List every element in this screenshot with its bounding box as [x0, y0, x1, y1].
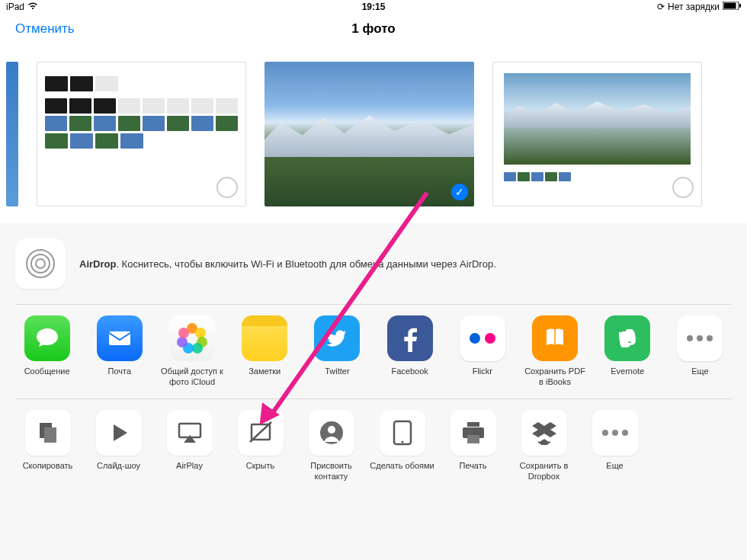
svg-rect-6	[109, 331, 130, 345]
share-app-more[interactable]: Еще	[668, 315, 732, 388]
facebook-icon	[387, 315, 433, 361]
page-title: 1 фото	[351, 21, 395, 37]
action-assign-contact[interactable]: Присвоить контакту	[299, 410, 364, 482]
share-app-facebook[interactable]: Facebook	[378, 315, 441, 388]
print-icon	[450, 410, 496, 456]
svg-rect-1	[724, 3, 736, 9]
airdrop-icon	[15, 238, 66, 289]
ibooks-icon	[532, 315, 578, 361]
photo-thumb[interactable]	[492, 62, 702, 206]
nav-bar: Отменить 1 фото	[0, 14, 747, 44]
share-app-icloud-photo[interactable]: Общий доступ к фото iCloud	[160, 315, 223, 388]
more-icon	[592, 410, 638, 456]
photos-icon	[169, 315, 215, 361]
cancel-button[interactable]: Отменить	[15, 21, 75, 37]
action-airplay[interactable]: AirPlay	[157, 410, 222, 482]
wifi-icon	[27, 2, 38, 12]
clock: 19:15	[362, 2, 386, 12]
messages-icon	[24, 315, 70, 361]
battery-icon	[723, 2, 741, 12]
play-icon	[96, 410, 142, 456]
actions-row: Скопировать Слайд-шоу AirPlay Скрыть При…	[0, 399, 747, 493]
mail-icon	[97, 315, 143, 361]
svg-point-14	[328, 426, 335, 434]
select-circle[interactable]	[672, 177, 694, 198]
share-app-evernote[interactable]: Evernote	[596, 315, 659, 388]
sync-icon: ⟳	[657, 2, 665, 12]
svg-rect-17	[467, 422, 479, 427]
svg-point-4	[31, 254, 50, 273]
share-app-messages[interactable]: Сообщение	[15, 315, 79, 388]
action-print[interactable]: Печать	[441, 410, 505, 482]
action-save-dropbox[interactable]: Сохранить в Dropbox	[511, 410, 576, 482]
share-app-twitter[interactable]: Twitter	[306, 315, 369, 388]
action-copy[interactable]: Скопировать	[15, 410, 80, 482]
dropbox-icon	[521, 410, 567, 456]
more-icon	[677, 315, 723, 361]
svg-rect-19	[467, 435, 479, 443]
action-hide[interactable]: Скрыть	[228, 410, 293, 482]
svg-point-16	[401, 440, 403, 443]
share-app-notes[interactable]: Заметки	[233, 315, 297, 388]
svg-point-3	[36, 259, 45, 268]
wallpaper-icon	[380, 410, 425, 456]
selected-check-icon: ✓	[451, 184, 468, 200]
flickr-icon	[460, 315, 505, 361]
action-wallpaper[interactable]: Сделать обоями	[370, 410, 434, 482]
contact-icon	[309, 410, 354, 456]
twitter-icon	[314, 315, 360, 361]
notes-icon	[242, 315, 287, 361]
copy-icon	[25, 410, 71, 456]
hide-icon	[238, 410, 284, 456]
airdrop-section[interactable]: AirDrop. Коснитесь, чтобы включить Wi-Fi…	[0, 223, 747, 304]
share-app-mail[interactable]: Почта	[88, 315, 151, 388]
evernote-icon	[604, 315, 650, 361]
device-label: iPad	[6, 2, 24, 12]
photo-thumb[interactable]	[37, 62, 246, 206]
action-more[interactable]: Еще	[582, 410, 647, 482]
svg-rect-2	[739, 4, 741, 8]
svg-rect-9	[44, 427, 56, 443]
select-circle[interactable]	[216, 177, 238, 198]
share-app-flickr[interactable]: Flickr	[450, 315, 514, 388]
airplay-icon	[167, 410, 213, 456]
status-bar: iPad 19:15 ⟳ Нет зарядки	[0, 0, 747, 14]
photo-thumb-selected[interactable]: ✓	[264, 62, 474, 206]
battery-label: Нет зарядки	[668, 2, 720, 12]
share-apps-row: Сообщение Почта Общий доступ к фото iClo…	[0, 305, 747, 398]
airdrop-text: AirDrop. Коснитесь, чтобы включить Wi-Fi…	[79, 258, 496, 270]
action-slideshow[interactable]: Слайд-шоу	[86, 410, 151, 482]
share-app-ibooks[interactable]: Сохранить PDF в iBooks	[523, 315, 586, 388]
photo-strip[interactable]: ✓	[0, 44, 747, 223]
photo-thumb[interactable]	[6, 62, 18, 206]
